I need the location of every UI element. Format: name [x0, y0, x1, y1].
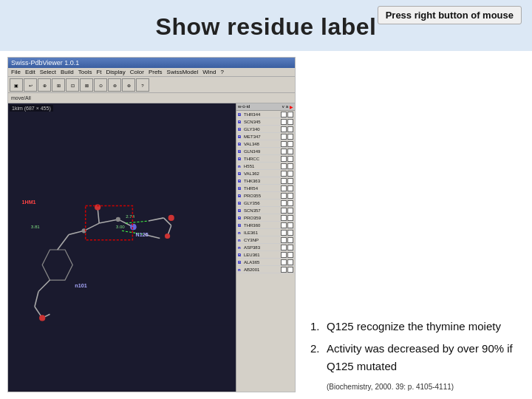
- subbar-label: move/All: [11, 95, 31, 100]
- side-row: n ILE361: [236, 229, 295, 236]
- residue-checkbox[interactable]: [281, 215, 287, 221]
- residue-name: THR54: [244, 186, 280, 191]
- residue-checkbox2[interactable]: [287, 119, 293, 125]
- residue-name: VAL362: [244, 171, 280, 176]
- residue-checkbox2[interactable]: [287, 252, 293, 258]
- side-header-col1: w-ü-id: [238, 104, 281, 109]
- residue-checkbox[interactable]: [281, 193, 287, 199]
- residue-name: GLY356: [244, 201, 280, 205]
- molecule-viewport: 1kim (687 × 455): [8, 103, 236, 392]
- toolbar-btn-6[interactable]: ⊠: [80, 78, 93, 92]
- residue-checkbox[interactable]: [281, 267, 287, 273]
- residue-checkbox2[interactable]: [287, 230, 293, 236]
- menu-color[interactable]: Color: [130, 69, 144, 75]
- side-row: B SCN357: [236, 207, 295, 214]
- residue-chain: n: [238, 238, 244, 242]
- residue-checkbox2[interactable]: [287, 185, 293, 191]
- svg-text:2.74: 2.74: [126, 214, 135, 219]
- side-row: B PRO359: [236, 214, 295, 222]
- residue-checkbox[interactable]: [281, 245, 287, 250]
- residue-name: LEU361: [244, 253, 280, 257]
- residue-checkbox[interactable]: [281, 126, 287, 132]
- residue-checkbox[interactable]: [281, 112, 287, 117]
- residue-checkbox2[interactable]: [287, 171, 293, 177]
- residue-checkbox2[interactable]: [287, 215, 293, 221]
- side-row: n AB2001: [236, 266, 295, 273]
- residue-name: THR360: [244, 223, 280, 228]
- residue-chain: B: [238, 157, 244, 161]
- residue-checkbox2[interactable]: [287, 259, 293, 265]
- residue-checkbox2[interactable]: [287, 245, 293, 250]
- menu-file[interactable]: File: [11, 69, 21, 75]
- menu-select[interactable]: Select: [40, 69, 56, 75]
- residue-checkbox[interactable]: [281, 141, 287, 147]
- toolbar-btn-2[interactable]: ↩: [24, 78, 37, 92]
- side-row: B THR54: [236, 185, 295, 192]
- list-item-num: 2.: [310, 340, 322, 358]
- toolbar-btn-1[interactable]: ▣: [10, 78, 23, 92]
- residue-checkbox[interactable]: [281, 230, 287, 236]
- residue-checkbox2[interactable]: [287, 156, 293, 162]
- residue-checkbox[interactable]: [281, 259, 287, 265]
- side-row: B THR360: [236, 222, 295, 229]
- menu-tools[interactable]: Tools: [78, 69, 92, 75]
- residue-checkbox[interactable]: [281, 237, 287, 243]
- residue-checkbox[interactable]: [281, 171, 287, 177]
- menu-build[interactable]: Build: [61, 69, 74, 75]
- residue-checkbox[interactable]: [281, 156, 287, 162]
- side-panel: w-ü-id v a ▶ B THR344 B SCN345 B GLY340 …: [236, 103, 295, 392]
- residue-checkbox[interactable]: [281, 185, 287, 191]
- menu-edit[interactable]: Edit: [25, 69, 35, 75]
- menu-wind[interactable]: Wind: [202, 69, 216, 75]
- toolbar-btn-4[interactable]: ⊞: [52, 78, 65, 92]
- residue-chain: B: [238, 134, 244, 139]
- residue-checkbox2[interactable]: [287, 141, 293, 147]
- list-item-text: Activity was decreased by over 90% if Q1…: [327, 340, 522, 375]
- residue-checkbox2[interactable]: [287, 126, 293, 132]
- residue-checkbox2[interactable]: [287, 237, 293, 243]
- list-item: 2. Activity was decreased by over 90% if…: [310, 340, 522, 375]
- side-row: B GLY356: [236, 200, 295, 207]
- residue-checkbox[interactable]: [281, 252, 287, 258]
- residue-checkbox[interactable]: [281, 119, 287, 125]
- residue-checkbox2[interactable]: [287, 267, 293, 273]
- residue-checkbox2[interactable]: [287, 112, 293, 117]
- residue-checkbox2[interactable]: [287, 208, 293, 214]
- residue-checkbox2[interactable]: [287, 193, 293, 199]
- side-row: B GLN349: [236, 148, 295, 155]
- slide-body: Swiss-PdbViewer 1.0.1 File Edit Select B…: [0, 51, 532, 398]
- residue-checkbox[interactable]: [281, 149, 287, 154]
- toolbar-btn-3[interactable]: ⊕: [38, 78, 51, 92]
- residue-checkbox[interactable]: [281, 222, 287, 228]
- menu-help[interactable]: ?: [220, 69, 223, 75]
- residue-chain: B: [238, 112, 244, 117]
- residue-checkbox2[interactable]: [287, 163, 293, 169]
- residue-name: H551: [244, 164, 280, 168]
- residue-checkbox2[interactable]: [287, 149, 293, 154]
- residue-checkbox[interactable]: [281, 178, 287, 184]
- toolbar-btn-7[interactable]: ⊙: [94, 78, 107, 92]
- menu-display[interactable]: Display: [106, 69, 126, 75]
- side-row: B VAL348: [236, 140, 295, 148]
- screenshot-area: Swiss-PdbViewer 1.0.1 File Edit Select B…: [7, 57, 296, 392]
- svg-point-19: [168, 215, 174, 221]
- residue-checkbox[interactable]: [281, 163, 287, 169]
- toolbar-btn-8[interactable]: ⊚: [108, 78, 121, 92]
- toolbar-btn-10[interactable]: ?: [136, 78, 149, 92]
- side-row: n H551: [236, 163, 295, 170]
- residue-checkbox[interactable]: [281, 200, 287, 206]
- side-panel-header: w-ü-id v a ▶: [236, 103, 295, 111]
- residue-name: ALA365: [244, 260, 280, 265]
- menu-prefs[interactable]: Prefs: [149, 69, 163, 75]
- residue-checkbox[interactable]: [281, 208, 287, 214]
- residue-checkbox[interactable]: [281, 134, 287, 140]
- side-row: B SCN345: [236, 118, 295, 126]
- toolbar-btn-9[interactable]: ⊛: [122, 78, 135, 92]
- residue-checkbox2[interactable]: [287, 222, 293, 228]
- menu-swissmodel[interactable]: SwissModel: [167, 69, 199, 75]
- residue-checkbox2[interactable]: [287, 134, 293, 140]
- menu-ft[interactable]: Ft: [96, 69, 101, 75]
- residue-checkbox2[interactable]: [287, 200, 293, 206]
- toolbar-btn-5[interactable]: ⊡: [66, 78, 79, 92]
- residue-checkbox2[interactable]: [287, 178, 293, 184]
